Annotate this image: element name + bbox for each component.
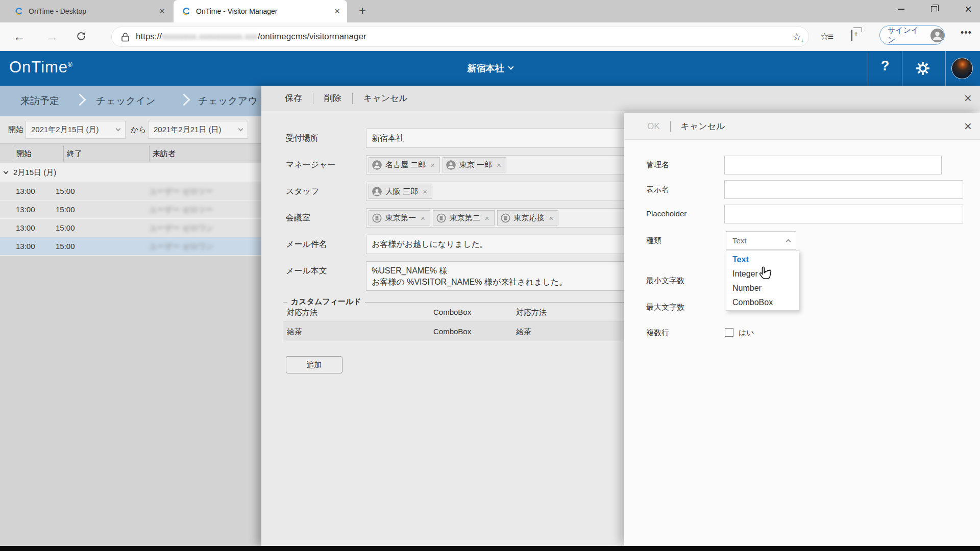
chip-label: 大阪 三郎 — [385, 187, 418, 196]
date-group-row[interactable]: 2月15日 (月) — [0, 163, 261, 182]
visit-end: 15:00 — [56, 242, 75, 251]
url-text: https://xxxxxxxx.xxxxxxxxxx.xxx/ontimegc… — [136, 32, 366, 42]
column-visitor[interactable]: 来訪者 — [153, 149, 176, 159]
manager-chip[interactable]: 名古屋 二郎 × — [369, 157, 440, 172]
divider — [13, 146, 13, 162]
window-close-button[interactable]: × — [957, 0, 980, 18]
display-name-input[interactable] — [724, 180, 963, 199]
refresh-button[interactable] — [76, 31, 87, 42]
type-option-number[interactable]: Number — [726, 281, 799, 295]
browser-tab-bar: OnTime - Desktop × OnTime - Visitor Mana… — [0, 0, 980, 22]
multiline-row: 複数行 はい — [624, 323, 980, 342]
divider — [352, 93, 353, 104]
window-restore-button[interactable] — [922, 0, 946, 18]
browser-toolbar: ← → https://xxxxxxxx.xxxxxxxxxx.xxx/onti… — [0, 22, 980, 51]
visit-row-selected[interactable]: 13:00 15:00 ユーザー ゼロワン — [0, 237, 261, 256]
end-date-select[interactable]: 2021年2月21日 (日) — [148, 121, 248, 139]
favorites-bar-icon[interactable]: ☆≡ — [820, 31, 832, 42]
custom-field-name: 給茶 — [287, 327, 302, 337]
star-icon: ☆ — [792, 31, 801, 42]
visit-end: 15:00 — [56, 223, 75, 232]
room-chip[interactable]: 東京第一 × — [369, 210, 430, 226]
lock-icon — [121, 32, 130, 42]
visit-start: 13:00 — [16, 205, 35, 214]
tab-ontime-desktop[interactable]: OnTime - Desktop × — [6, 0, 172, 22]
tab-close-icon[interactable]: × — [159, 6, 165, 17]
user-avatar[interactable] — [951, 58, 973, 79]
forward-button[interactable]: → — [46, 30, 58, 44]
ok-button-disabled[interactable]: OK — [647, 121, 660, 132]
dialog-close-icon[interactable]: × — [964, 119, 972, 133]
room-icon — [436, 213, 446, 223]
new-tab-button[interactable]: + — [354, 3, 371, 19]
divider — [63, 146, 64, 162]
placeholder-input[interactable] — [724, 205, 963, 223]
staff-chip[interactable]: 大阪 三郎 × — [369, 184, 432, 199]
divider — [149, 146, 150, 162]
range-label: から — [131, 125, 146, 135]
breadcrumb-item-checkout[interactable]: チェックアウト — [198, 94, 261, 108]
chip-remove-icon[interactable]: × — [497, 161, 501, 169]
placeholder-label: Placeholder — [646, 209, 687, 218]
type-option-combobox[interactable]: ComboBox — [726, 295, 799, 310]
add-custom-field-button[interactable]: 追加 — [286, 356, 342, 373]
dialog-cancel-button[interactable]: キャンセル — [681, 120, 725, 132]
tab-visitor-manager[interactable]: OnTime - Visitor Manager × — [174, 0, 347, 22]
room-chip[interactable]: 東京応接 × — [497, 210, 559, 226]
chevron-down-icon — [4, 169, 9, 174]
breadcrumb-item-checkin[interactable]: チェックイン — [96, 94, 156, 108]
restore-icon — [931, 6, 937, 12]
help-button[interactable]: ? — [876, 58, 894, 74]
site-selector[interactable]: 新宿本社 — [0, 51, 980, 86]
visit-visitor-blurred: ユーザー ゼロワン — [149, 223, 213, 233]
browser-menu-button[interactable]: ••• — [961, 28, 972, 38]
settings-gear-icon[interactable] — [914, 59, 932, 78]
visit-row[interactable]: 13:00 15:00 ユーザー ゼロワン — [0, 219, 261, 237]
manager-chip[interactable]: 東京 一郎 × — [443, 157, 506, 172]
tab-close-icon[interactable]: × — [334, 6, 340, 17]
save-button[interactable]: 保存 — [285, 92, 302, 104]
edit-panel-toolbar: 保存 削除 キャンセル × — [261, 86, 980, 111]
window-minimize-button[interactable] — [889, 0, 913, 18]
mail-subject-label: メール件名 — [286, 239, 327, 250]
chip-remove-icon[interactable]: × — [423, 187, 427, 196]
chip-remove-icon[interactable]: × — [549, 214, 554, 222]
type-select[interactable]: Text — [726, 231, 796, 250]
chip-label: 東京第二 — [450, 213, 480, 223]
close-icon[interactable]: × — [964, 91, 972, 105]
start-date-select[interactable]: 2021年2月15日 (月) — [26, 121, 126, 139]
admin-name-input[interactable] — [724, 156, 942, 174]
divider — [670, 121, 671, 132]
room-chip[interactable]: 東京第二 × — [433, 210, 495, 226]
visit-row[interactable]: 13:00 15:00 ユーザー ゼロツー — [0, 182, 261, 201]
signin-button[interactable]: サインイン — [879, 26, 945, 45]
add-favorite-icon[interactable]: ☆+ — [792, 31, 801, 43]
admin-name-row: 管理名 — [624, 156, 980, 174]
column-end[interactable]: 終了 — [67, 149, 82, 159]
delete-button[interactable]: 削除 — [324, 92, 341, 104]
location-label: 受付場所 — [286, 133, 318, 144]
chevron-down-icon — [116, 127, 121, 132]
tab-title: OnTime - Visitor Manager — [196, 7, 334, 15]
site-name: 新宿本社 — [468, 62, 504, 74]
multiline-checkbox[interactable] — [725, 328, 733, 337]
mail-body-label: メール本文 — [286, 266, 327, 277]
breadcrumb-item-visits[interactable]: 来訪予定 — [20, 94, 59, 108]
visit-row[interactable]: 13:00 15:00 ユーザー ゼロツー — [0, 201, 261, 219]
cancel-button[interactable]: キャンセル — [363, 92, 408, 104]
chip-remove-icon[interactable]: × — [430, 161, 435, 169]
collections-icon[interactable] — [851, 30, 852, 41]
back-button[interactable]: ← — [13, 30, 26, 44]
visit-visitor-blurred: ユーザー ゼロツー — [149, 187, 213, 196]
column-start[interactable]: 開始 — [16, 149, 32, 159]
divider — [902, 51, 902, 86]
visit-start: 13:00 — [16, 187, 35, 195]
chip-remove-icon[interactable]: × — [421, 214, 425, 222]
address-bar[interactable]: https://xxxxxxxx.xxxxxxxxxx.xxx/ontimegc… — [111, 27, 809, 47]
room-label: 会議室 — [286, 213, 310, 223]
chevron-right-icon — [74, 93, 86, 106]
custom-field-type: ComboBox — [433, 327, 471, 336]
person-icon — [372, 187, 382, 196]
chip-remove-icon[interactable]: × — [485, 214, 489, 222]
visit-start: 13:00 — [16, 242, 35, 251]
